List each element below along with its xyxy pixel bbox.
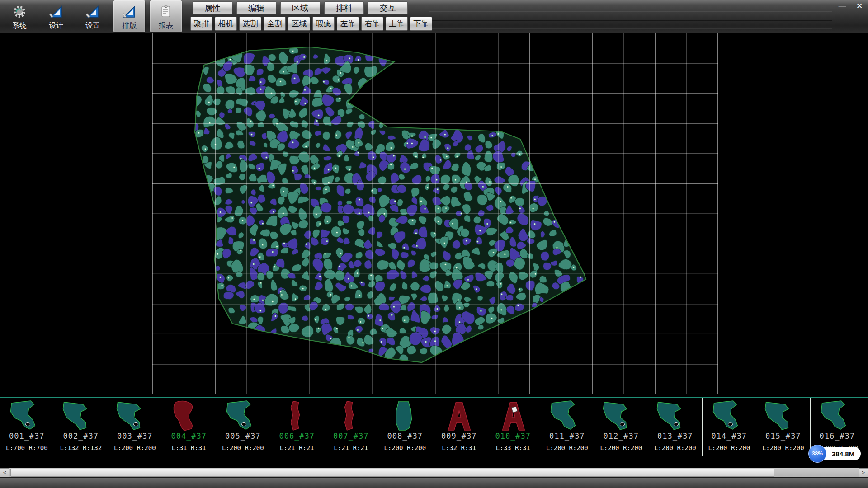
piece-shape — [706, 399, 752, 432]
tool-button-5[interactable]: 区域 — [288, 17, 310, 31]
main-toolbar-button-3[interactable]: 设置 — [77, 0, 108, 32]
menu-tab-5[interactable]: 交互 — [368, 1, 408, 14]
tool-button-1[interactable]: 聚排 — [190, 17, 212, 31]
piece-thumb-004_#37[interactable]: 004_#37 L:31 R:31 — [162, 398, 217, 456]
progress-badge: 38% — [808, 445, 826, 463]
menu-tab-2[interactable]: 编辑 — [236, 1, 276, 14]
piece-name: 002_#37 — [63, 432, 99, 441]
piece-shape — [544, 399, 590, 432]
memory-value: 384.8M — [832, 450, 854, 458]
piece-name: 007_#37 — [333, 432, 369, 441]
minimize-button[interactable]: — — [837, 1, 847, 11]
piece-thumb-007_#37[interactable]: 007_#37 L:21 R:21 — [324, 398, 378, 456]
piece-name: 014_#37 — [711, 432, 747, 441]
main-toolbar-label: 系统 — [12, 21, 27, 31]
tool-button-8[interactable]: 右靠 — [361, 17, 383, 31]
piece-shape — [58, 399, 104, 432]
menu-tab-3[interactable]: 区域 — [280, 1, 320, 14]
piece-thumb-001_#37[interactable]: 001_#37 L:700 R:700 — [0, 398, 54, 456]
piece-thumb-006_#37[interactable]: 006_#37 L:21 R:21 — [270, 398, 325, 456]
piece-shape — [382, 399, 428, 432]
piece-shape — [598, 399, 644, 432]
progress-percent: 38% — [812, 450, 823, 457]
piece-name: 010_#37 — [495, 432, 531, 441]
setsquare-icon — [85, 5, 100, 19]
top-toolbar: 系统 设计 设置 排版 报表 属性编辑区域排料交互 聚排相机选割全割区域瑕疵左靠… — [0, 0, 868, 33]
piece-thumb-010_#37[interactable]: 010_#37 L:33 R:31 — [486, 398, 541, 456]
piece-shape — [814, 399, 860, 432]
report-icon — [159, 5, 173, 19]
piece-lr-count: L:200 R:200 — [762, 444, 804, 451]
main-toolbar-button-5[interactable]: 报表 — [150, 0, 182, 32]
piece-shape — [328, 399, 374, 432]
tool-button-9[interactable]: 上靠 — [386, 17, 408, 31]
piece-lr-count: L:132 R:132 — [60, 444, 102, 451]
scroll-left-icon[interactable]: < — [0, 468, 9, 477]
piece-name: 015_#37 — [765, 432, 801, 441]
piece-lr-count: L:32 R:31 — [442, 444, 476, 451]
piece-thumb-015_#37[interactable]: 015_#37 L:200 R:200 — [756, 398, 811, 456]
piece-shape — [652, 399, 698, 432]
piece-thumb-009_#37[interactable]: 009_#37 L:32 R:31 — [432, 398, 486, 456]
piece-lr-count: L:200 R:200 — [654, 444, 696, 451]
piece-lr-count: L:31 R:31 — [172, 444, 206, 451]
setsquare-icon — [122, 5, 137, 19]
piece-name: 004_#37 — [171, 432, 207, 441]
main-toolbar-label: 排版 — [122, 21, 137, 31]
piece-shape — [4, 399, 50, 432]
piece-shape — [760, 399, 806, 432]
piece-thumb-012_#37[interactable]: 012_#37 L:200 R:200 — [594, 398, 649, 456]
memory-status: 38% 384.8M — [812, 447, 861, 460]
close-button[interactable]: ✕ — [854, 1, 864, 11]
main-toolbar-label: 设计 — [49, 21, 63, 31]
piece-thumb-013_#37[interactable]: 013_#37 L:200 R:200 — [648, 398, 703, 456]
bottom-bar — [0, 477, 868, 488]
piece-name: 003_#37 — [117, 432, 153, 441]
piece-thumb-011_#37[interactable]: 011_#37 L:200 R:200 — [540, 398, 594, 456]
piece-thumb-008_#37[interactable]: 008_#37 L:200 R:200 — [378, 398, 433, 456]
main-toolbar-button-1[interactable]: 系统 — [4, 0, 35, 32]
horizontal-scrollbar[interactable]: < > — [0, 468, 868, 477]
tool-button-10[interactable]: 下靠 — [410, 17, 432, 31]
piece-name: 006_#37 — [279, 432, 315, 441]
piece-lr-count: L:21 R:21 — [280, 444, 314, 451]
tool-button-4[interactable]: 全割 — [264, 17, 286, 31]
piece-name: 008_#37 — [387, 432, 423, 441]
piece-lr-count: L:21 R:21 — [334, 444, 368, 451]
scroll-right-icon[interactable]: > — [859, 468, 868, 477]
piece-name: 011_#37 — [549, 432, 585, 441]
piece-thumb-003_#37[interactable]: 003_#37 L:200 R:200 — [108, 398, 162, 456]
piece-lr-count: L:200 R:200 — [546, 444, 588, 451]
nesting-canvas[interactable] — [0, 33, 868, 397]
piece-name: 016_#37 — [819, 432, 855, 441]
piece-lr-count: L:200 R:200 — [114, 444, 156, 451]
piece-lr-count: L:200 R:200 — [708, 444, 750, 451]
main-toolbar-button-4[interactable]: 排版 — [113, 0, 145, 32]
piece-name: 001_#37 — [9, 432, 45, 441]
tool-button-6[interactable]: 瑕疵 — [312, 17, 335, 31]
piece-thumb-005_#37[interactable]: 005_#37 L:200 R:200 — [216, 398, 270, 456]
piece-name: 013_#37 — [657, 432, 693, 441]
main-toolbar-label: 设置 — [85, 21, 100, 31]
tool-button-row: 聚排相机选割全割区域瑕疵左靠右靠上靠下靠 — [190, 17, 432, 31]
tool-button-7[interactable]: 左靠 — [337, 17, 359, 31]
piece-shape — [166, 399, 212, 432]
tool-button-3[interactable]: 选割 — [239, 17, 261, 31]
piece-thumb-014_#37[interactable]: 014_#37 L:200 R:200 — [703, 398, 757, 456]
setsquare-icon — [49, 5, 63, 19]
main-toolbar-label: 报表 — [159, 21, 173, 31]
piece-lr-count: L:200 R:200 — [600, 444, 642, 451]
scrollbar-thumb[interactable] — [10, 469, 774, 477]
gear-icon — [12, 5, 27, 19]
menu-tab-1[interactable]: 属性 — [193, 1, 232, 14]
piece-name: 009_#37 — [441, 432, 477, 441]
leather-hide-layout[interactable] — [0, 33, 868, 397]
piece-lr-count: L:700 R:700 — [6, 444, 48, 451]
piece-thumb-002_#37[interactable]: 002_#37 L:132 R:132 — [54, 398, 108, 456]
main-toolbar-button-2[interactable]: 设计 — [40, 0, 72, 32]
menu-tab-4[interactable]: 排料 — [324, 1, 364, 14]
window-controls: — ✕ — [837, 1, 864, 11]
piece-lr-count: L:33 R:31 — [496, 444, 530, 451]
piece-shape — [112, 399, 158, 432]
tool-button-2[interactable]: 相机 — [215, 17, 237, 31]
